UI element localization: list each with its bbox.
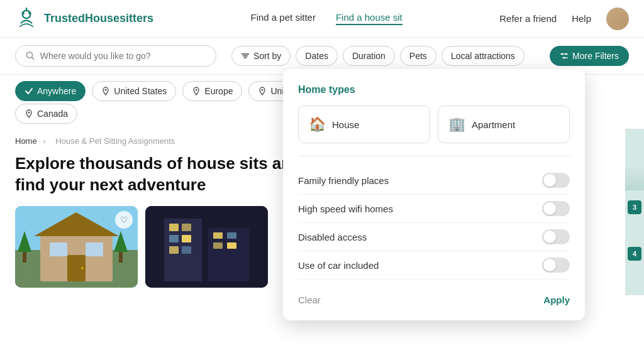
header: TrustedHousesitters Find a pet sitter Fi… [0, 0, 644, 38]
help-link[interactable]: Help [572, 13, 591, 24]
listing-card-2[interactable] [145, 206, 268, 288]
logo[interactable]: TrustedHousesitters [15, 8, 153, 30]
svg-rect-39 [169, 235, 179, 242]
home-type-grid: 🏠 House 🏢 Apartment [298, 106, 570, 143]
svg-rect-38 [182, 224, 191, 231]
svg-rect-42 [182, 246, 191, 254]
sort-icon [241, 52, 250, 60]
toggle-family-friendly: Family friendly places [298, 166, 570, 195]
svg-rect-43 [213, 232, 223, 239]
home-type-house[interactable]: 🏠 House [298, 106, 430, 143]
home-type-apartment[interactable]: 🏢 Apartment [438, 106, 570, 143]
more-filters-button[interactable]: More Filters [550, 46, 629, 66]
apartment-icon: 🏢 [448, 116, 465, 133]
apartment-illustration [145, 206, 268, 288]
svg-point-20 [28, 112, 30, 114]
breadcrumb-home[interactable]: Home [15, 136, 37, 146]
location-icon-2 [192, 87, 201, 95]
sort-by-button[interactable]: Sort by [231, 46, 291, 66]
toggle-disabled-access: Disabled access [298, 223, 570, 251]
toggle-disabled-switch[interactable] [542, 229, 570, 244]
card-image-2 [145, 206, 268, 288]
svg-rect-40 [182, 235, 191, 242]
svg-point-29 [81, 267, 84, 269]
toggle-car-switch[interactable] [542, 258, 570, 273]
apply-button[interactable]: Apply [543, 295, 570, 305]
search-input[interactable] [40, 51, 206, 61]
toggle-wifi: High speed wifi homes [298, 195, 570, 223]
toggle-car: Use of car included [298, 251, 570, 280]
map-side-panel: 3 4 [625, 129, 644, 295]
svg-rect-34 [145, 206, 268, 288]
map-badge-4[interactable]: 4 [628, 247, 641, 261]
favorite-button-1[interactable]: ♡ [115, 211, 133, 229]
svg-point-17 [105, 89, 107, 91]
breadcrumb-separator: › [43, 136, 45, 146]
svg-rect-41 [169, 246, 179, 254]
svg-point-1 [21, 11, 25, 14]
dropdown-footer: Clear Apply [298, 290, 570, 305]
svg-rect-30 [23, 251, 26, 263]
divider [298, 156, 570, 156]
toggle-family-friendly-switch[interactable] [542, 173, 570, 188]
header-right: Refer a friend Help [499, 8, 629, 30]
nav-find-house-sit[interactable]: Find a house sit [336, 12, 402, 25]
svg-line-6 [32, 57, 34, 59]
location-icon [101, 87, 110, 95]
house-icon: 🏠 [309, 116, 326, 133]
home-types-dropdown: Home types 🏠 House 🏢 Apartment Family fr… [283, 69, 585, 320]
search-icon [26, 51, 35, 61]
location-chip-europe[interactable]: Europe [182, 81, 242, 101]
location-chip-anywhere[interactable]: Anywhere [15, 81, 86, 101]
logo-icon [15, 8, 38, 30]
svg-point-19 [262, 89, 264, 91]
nav-find-pet-sitter[interactable]: Find a pet sitter [251, 12, 316, 25]
map-badge-3[interactable]: 3 [628, 200, 641, 214]
clear-button[interactable]: Clear [298, 295, 321, 305]
svg-rect-44 [227, 232, 236, 239]
svg-point-2 [28, 11, 31, 14]
svg-point-18 [196, 89, 197, 91]
main-nav: Find a pet sitter Find a house sit [251, 12, 402, 25]
search-box[interactable] [15, 45, 216, 67]
local-attractions-button[interactable]: Local attractions [441, 46, 525, 66]
location-icon-3 [258, 87, 267, 95]
logo-text: TrustedHousesitters [44, 12, 153, 25]
breadcrumb-current: House & Pet Sitting Assignments [55, 136, 175, 146]
location-chip-us[interactable]: United States [92, 81, 176, 101]
svg-rect-32 [119, 251, 123, 263]
svg-rect-27 [86, 242, 103, 256]
duration-button[interactable]: Duration [343, 46, 395, 66]
svg-rect-26 [50, 242, 67, 256]
refer-friend-link[interactable]: Refer a friend [499, 13, 557, 24]
listing-card-1[interactable]: ♡ [15, 206, 138, 288]
svg-rect-45 [213, 242, 223, 249]
toggle-wifi-switch[interactable] [542, 201, 570, 216]
pets-button[interactable]: Pets [400, 46, 436, 66]
filters-icon [560, 52, 569, 60]
dropdown-title: Home types [298, 84, 570, 95]
svg-point-4 [26, 8, 28, 9]
dates-button[interactable]: Dates [296, 46, 338, 66]
svg-rect-37 [169, 224, 179, 231]
location-icon-4 [25, 109, 33, 118]
page-headline: Explore thousands of house sits and find… [15, 153, 330, 196]
user-avatar[interactable] [606, 8, 629, 30]
location-chip-canada[interactable]: Canada [15, 104, 77, 124]
check-icon [25, 87, 33, 95]
svg-rect-46 [227, 242, 236, 249]
